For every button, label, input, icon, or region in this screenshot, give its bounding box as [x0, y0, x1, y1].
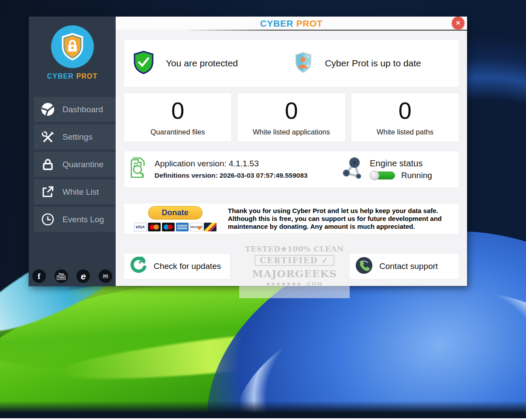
protected-text: You are protected: [166, 58, 238, 69]
engine-status-group: Engine status Running: [342, 157, 459, 182]
protected-shield-icon: [133, 50, 155, 76]
dashboard-icon: [40, 102, 55, 117]
stat-value: 0: [285, 99, 298, 122]
cyber-prot-window: CYBERPROT Dashboard: [29, 17, 467, 286]
visa-card-icon: VISA: [134, 223, 147, 231]
envelope-glyph: ✉: [103, 273, 108, 280]
check-updates-button[interactable]: Check for updates: [124, 253, 230, 279]
contact-support-button[interactable]: Contact support: [349, 253, 459, 279]
stat-value: 0: [171, 99, 184, 122]
internet-explorer-icon[interactable]: e: [76, 269, 90, 283]
maestro-card-icon: [162, 223, 175, 231]
main-panel: CYBERPROT × You are protected: [116, 17, 467, 286]
sidebar-item-dashboard[interactable]: Dashboard: [34, 97, 116, 122]
protection-status: You are protected: [124, 50, 285, 76]
sidebar-item-label: White List: [62, 187, 99, 197]
sidebar-menu: Dashboard Settings: [29, 97, 116, 232]
logo-wordmark: CYBERPROT: [47, 72, 97, 80]
sidebar-item-whitelist[interactable]: White List: [34, 179, 116, 204]
dashboard-content: You are protected Cyber Prot is up to da…: [116, 31, 467, 286]
stat-value: 0: [399, 99, 412, 122]
donate-card: Donate VISA DISCOVER Thank you for using…: [124, 203, 459, 234]
sidebar-item-label: Quarantine: [62, 160, 103, 169]
tools-icon: [40, 130, 55, 145]
logo-shield-icon: [51, 25, 94, 68]
footer-actions: Check for updates Contact support: [124, 253, 459, 279]
donate-message: Thank you for using Cyber Prot and let u…: [228, 207, 442, 231]
version-card: Application version: 4.1.1.53 Definition…: [124, 151, 459, 188]
sidebar: CYBERPROT Dashboard: [29, 17, 116, 286]
phone-support-icon: [355, 256, 373, 276]
uptodate-shield-icon: [293, 51, 313, 76]
lock-icon: [40, 157, 55, 172]
donate-column: Donate VISA DISCOVER: [129, 206, 221, 231]
window-title: CYBERPROT: [116, 17, 467, 29]
engine-status-label: Engine status: [370, 158, 432, 169]
social-links: f You Tube e ✉: [29, 269, 116, 283]
stat-quarantined-files: 0 Quarantined files: [124, 93, 232, 142]
app-logo: CYBERPROT: [29, 17, 116, 97]
contact-support-label: Contact support: [379, 262, 438, 271]
donate-message-line3: maintenance by donating. Any amount is m…: [228, 223, 442, 231]
engine-state-row: Running: [370, 171, 432, 180]
toggle-knob: [370, 171, 379, 180]
sidebar-item-settings[interactable]: Settings: [34, 124, 116, 149]
export-icon: [40, 185, 55, 200]
title-prot: PROT: [296, 18, 323, 28]
uptodate-text: Cyber Prot is up to date: [325, 58, 421, 69]
stat-whitelisted-apps: 0 White listed applications: [237, 93, 345, 142]
version-texts: Application version: 4.1.1.53 Definition…: [155, 159, 308, 179]
application-version: Application version: 4.1.1.53: [155, 159, 308, 169]
logo-text-cyber: CYBER: [47, 72, 74, 80]
titlebar: CYBERPROT: [116, 17, 467, 30]
definitions-doc-icon: [127, 157, 148, 182]
mastercard-icon: [148, 223, 161, 231]
stat-label: White listed applications: [253, 128, 330, 136]
donate-message-line1: Thank you for using Cyber Prot and let u…: [228, 207, 442, 215]
stat-label: White listed paths: [377, 128, 433, 136]
amex-card-icon: [176, 223, 189, 231]
engine-state-text: Running: [401, 171, 432, 180]
facebook-icon[interactable]: f: [32, 269, 46, 283]
title-cyber: CYBER: [260, 18, 293, 28]
sidebar-item-label: Settings: [62, 132, 93, 142]
engine-texts: Engine status Running: [370, 158, 432, 180]
email-icon[interactable]: ✉: [99, 269, 112, 283]
payment-methods: VISA DISCOVER: [134, 223, 217, 231]
stat-whitelisted-paths: 0 White listed paths: [351, 93, 459, 142]
close-button[interactable]: ×: [452, 17, 464, 29]
sidebar-item-quarantine[interactable]: Quarantine: [34, 152, 116, 177]
sidebar-item-label: Events Log: [62, 215, 104, 224]
youtube-glyph-bottom: Tube: [57, 275, 65, 280]
logo-text-prot: PROT: [76, 72, 97, 80]
update-status: Cyber Prot is up to date: [285, 51, 459, 76]
definitions-version: Definitions version: 2026-03-03 07:57:49…: [155, 172, 308, 179]
protection-status-card: You are protected Cyber Prot is up to da…: [124, 39, 459, 87]
donate-message-line2: Although this is free, you can support u…: [228, 215, 442, 223]
engine-pulley-icon: [342, 157, 365, 182]
sidebar-item-eventslog[interactable]: Events Log: [34, 207, 116, 232]
check-updates-label: Check for updates: [154, 262, 221, 271]
stats-row: 0 Quarantined files 0 White listed appli…: [124, 93, 459, 142]
youtube-glyph-top: You: [58, 272, 64, 275]
generic-card-icon: [204, 223, 217, 231]
footer-spacer: [230, 253, 349, 279]
youtube-icon[interactable]: You Tube: [55, 269, 68, 283]
engine-toggle[interactable]: [370, 171, 395, 180]
screenshot-border: [0, 418, 526, 420]
facebook-glyph: f: [38, 272, 40, 281]
wallpaper-bottom-shade: [0, 401, 526, 418]
stat-label: Quarantined files: [151, 128, 205, 136]
ie-glyph: e: [81, 272, 86, 281]
discover-card-icon: DISCOVER: [190, 223, 203, 231]
update-icon: [129, 256, 148, 276]
close-icon: ×: [456, 19, 461, 27]
clock-icon: [40, 212, 55, 227]
donate-button[interactable]: Donate: [148, 206, 203, 220]
sidebar-item-label: Dashboard: [62, 105, 103, 114]
